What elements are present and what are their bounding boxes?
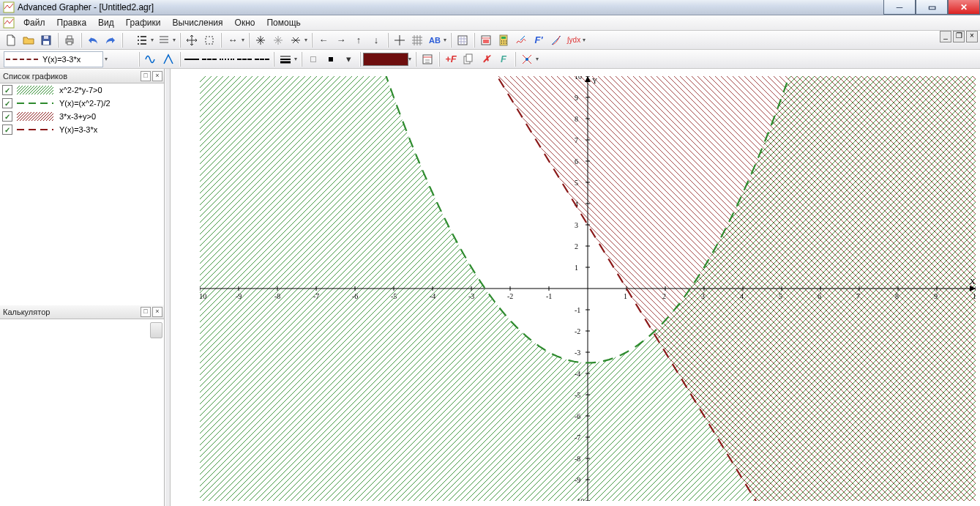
add-function-icon[interactable]: +F (443, 51, 459, 67)
grid-lines-drop[interactable]: ▾ (171, 32, 177, 48)
line-style-dash[interactable] (201, 51, 217, 67)
plot-canvas[interactable]: XY-10-9-8-7-6-5-4-3-2-112345678910-10-9-… (200, 76, 976, 501)
graph-list-item[interactable]: ✓x^2-2*y-7>0 (0, 83, 164, 97)
arrow-right-icon[interactable]: → (333, 32, 349, 48)
graph-list-item[interactable]: ✓Y(x)=(x^2-7)/2 (0, 97, 164, 110)
menu-edit[interactable]: Правка (51, 16, 93, 29)
calculator-panel[interactable] (0, 319, 164, 506)
menu-graphs[interactable]: Графики (120, 16, 167, 29)
save-file-icon[interactable] (38, 32, 54, 48)
trace-icon[interactable] (513, 32, 529, 48)
autoscale-icon[interactable] (288, 32, 304, 48)
window-close-button[interactable]: ✕ (948, 0, 980, 15)
intersect-drop[interactable]: ▾ (534, 51, 540, 67)
table-icon[interactable] (455, 32, 471, 48)
calc-scrollbar[interactable] (150, 322, 162, 338)
panel-graphlist-dock[interactable]: □ (141, 71, 151, 81)
graph-checkbox[interactable]: ✓ (2, 85, 12, 95)
current-function-name: Y(x)=3-3*x (42, 55, 81, 64)
arrow-down-icon[interactable]: ↓ (368, 32, 384, 48)
grid-toggle-icon[interactable] (409, 32, 425, 48)
hatch-sample-icon (17, 86, 53, 94)
line-width-drop[interactable]: ▾ (293, 51, 299, 67)
menu-help[interactable]: Помощь (261, 16, 306, 29)
mdi-restore[interactable]: ❐ (953, 31, 965, 42)
calculator-icon[interactable] (495, 32, 512, 48)
list-view-icon[interactable] (134, 32, 150, 48)
point-style-drop[interactable]: ▾ (340, 51, 356, 67)
graph-list-item[interactable]: ✓3*x-3+y>0 (0, 110, 164, 123)
graph-checkbox[interactable]: ✓ (2, 124, 12, 135)
settings-icon[interactable] (478, 32, 494, 48)
undo-icon[interactable] (85, 32, 101, 48)
color-picker-drop[interactable]: ▾ (407, 51, 413, 67)
window-minimize-button[interactable]: ─ (883, 0, 916, 15)
color-picker[interactable] (363, 53, 408, 66)
menu-window[interactable]: Окно (229, 16, 261, 29)
current-function-drop[interactable]: ▾ (103, 51, 109, 67)
line-width-picker[interactable] (277, 51, 293, 67)
intersect-icon[interactable] (519, 51, 535, 67)
panel-calc-close[interactable]: × (152, 307, 162, 317)
svg-text:-4: -4 (430, 292, 435, 300)
graph-checkbox[interactable]: ✓ (2, 98, 12, 108)
mdi-close[interactable]: × (966, 31, 978, 42)
splitter[interactable] (165, 69, 171, 506)
zoom-in-icon[interactable] (253, 32, 269, 48)
new-file-icon[interactable] (3, 32, 19, 48)
grid-lines-icon[interactable] (156, 32, 172, 48)
list-view-drop[interactable]: ▾ (149, 32, 155, 48)
text-label-icon[interactable]: AB (427, 32, 443, 48)
arrow-left-icon[interactable]: ← (315, 32, 332, 48)
edit-function-icon[interactable]: F (495, 51, 512, 67)
graph-list[interactable]: ✓x^2-2*y-7>0✓Y(x)=(x^2-7)/2✓3*x-3+y>0✓Y(… (0, 83, 164, 305)
line-style-solid[interactable] (184, 51, 200, 67)
text-label-drop[interactable]: ▾ (442, 32, 448, 48)
fit-width-icon[interactable]: ↔ (225, 32, 241, 48)
svg-text:7: 7 (575, 136, 578, 144)
derivative-icon[interactable]: F' (531, 32, 547, 48)
line-style-dashdot2[interactable] (254, 51, 270, 67)
window-maximize-button[interactable]: ▭ (916, 0, 948, 15)
move-icon[interactable] (184, 32, 200, 48)
del-function-icon[interactable]: ✗ (478, 51, 494, 67)
wave-icon[interactable] (143, 51, 159, 67)
open-file-icon[interactable] (20, 32, 37, 48)
svg-rect-18 (17, 86, 53, 94)
integral-drop[interactable]: ▾ (581, 32, 587, 48)
autoscale-drop[interactable]: ▾ (303, 32, 309, 48)
fit-width-drop[interactable]: ▾ (240, 32, 246, 48)
menu-calc[interactable]: Вычисления (166, 16, 228, 29)
panel-graphlist-close[interactable]: × (152, 71, 162, 81)
svg-text:Y: Y (592, 77, 597, 85)
svg-text:1: 1 (624, 292, 627, 300)
line-style-dot[interactable] (219, 51, 235, 67)
menu-file[interactable]: Файл (18, 16, 51, 29)
line-style-dashdot[interactable] (236, 51, 253, 67)
panel-calc-dock[interactable]: □ (141, 307, 151, 317)
arrow-up-icon[interactable]: ↑ (351, 32, 367, 48)
tangent-icon[interactable] (548, 32, 564, 48)
current-function-display[interactable]: Y(x)=3-3*x (4, 51, 103, 67)
print-icon[interactable] (61, 32, 78, 48)
dup-function-icon[interactable] (460, 51, 476, 67)
svg-rect-8 (206, 37, 213, 44)
redo-icon[interactable] (102, 32, 119, 48)
svg-rect-9 (458, 36, 467, 45)
graph-checkbox[interactable]: ✓ (2, 111, 12, 122)
svg-text:-4: -4 (575, 370, 580, 378)
point-style-none[interactable] (305, 51, 321, 67)
zoom-out-icon[interactable] (270, 32, 286, 48)
menu-view[interactable]: Вид (92, 16, 120, 29)
svg-text:3: 3 (575, 221, 578, 229)
point-style-square[interactable] (323, 51, 339, 67)
mdi-min[interactable]: _ (940, 31, 951, 42)
properties-icon[interactable] (419, 51, 435, 67)
integral-icon[interactable]: ∫ydx (566, 32, 582, 48)
abs-wave-icon[interactable] (160, 51, 176, 67)
graph-list-item[interactable]: ✓Y(x)=3-3*x (0, 123, 164, 136)
zoom-area-icon[interactable] (201, 32, 217, 48)
svg-text:-7: -7 (575, 434, 580, 442)
axes-toggle-icon[interactable] (392, 32, 408, 48)
graph-area[interactable]: XY-10-9-8-7-6-5-4-3-2-112345678910-10-9-… (171, 69, 980, 506)
